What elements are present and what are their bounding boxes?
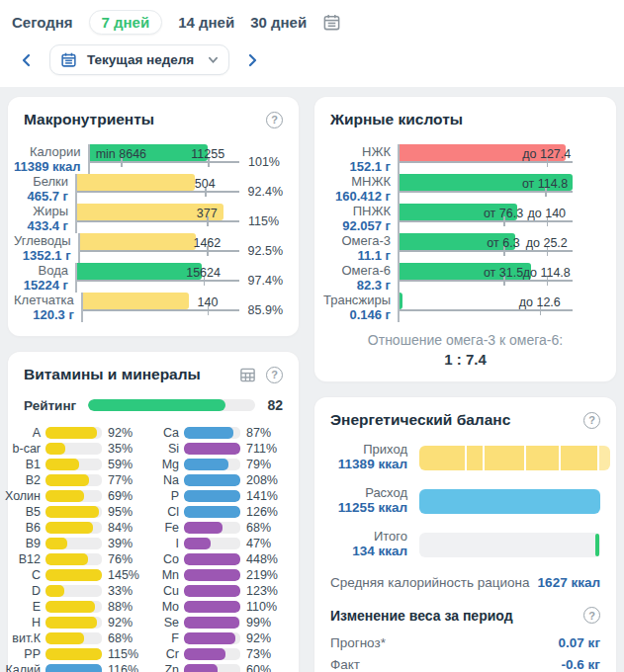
income-bar-segment (526, 446, 559, 470)
table-icon[interactable] (239, 367, 256, 383)
nutrient-item-fill (45, 490, 84, 502)
nutrient-item-percent: 79% (240, 458, 271, 471)
nutrient-item-percent: 35% (102, 442, 133, 456)
average-calories-row: Средняя калорийность рациона 1627 ккал (330, 575, 600, 590)
nutrient-item: Na208% (152, 474, 283, 486)
nutrient-item-label: Mo (148, 600, 184, 614)
bar-row-label: НЖК152.1 г (322, 144, 398, 174)
bar-area: 15624 (75, 263, 239, 293)
bar-area: 504 (75, 174, 239, 204)
nutrient-item-percent: 448% (240, 552, 278, 566)
nutrient-item-percent: 208% (240, 473, 278, 487)
nutrient-item-label: F (148, 631, 184, 645)
tick-label: от 76.3 (484, 207, 523, 220)
minerals-column: Ca87%Si711%Mg79%Na208%P141%Cl126%Fe68%I4… (152, 427, 283, 672)
nutrient-name: Белки (14, 175, 68, 189)
nutrient-item: H92% (24, 617, 152, 629)
tab-7-days[interactable]: 7 дней (89, 10, 163, 35)
bar-row: Омега-311.1 гот 6.3до 25.2 (330, 233, 573, 263)
help-icon[interactable]: ? (583, 607, 600, 624)
nutrient-item: I47% (152, 538, 283, 549)
percent-label: 101% (239, 144, 283, 174)
nutrient-item-percent: 68% (240, 521, 271, 535)
nutrient-item-fill (45, 553, 88, 565)
nutrient-item-percent: 60% (240, 663, 271, 672)
nutrient-item-percent: 110% (240, 600, 277, 614)
week-navigation: Текущая неделя (10, 44, 614, 75)
baseline (77, 280, 239, 282)
bar-row: Омега-682.3 гот 31.5до 114.8 (330, 263, 573, 293)
nutrient-item-bar (184, 506, 240, 518)
baseline (400, 309, 573, 311)
help-icon[interactable]: ? (266, 112, 283, 128)
nutrient-item-fill (184, 617, 239, 629)
tick-label: 377 (197, 207, 218, 220)
nutrient-item-bar (45, 664, 102, 672)
nutrient-name: НЖК (322, 145, 391, 159)
energy-balance-title: Энергетический баланс (330, 411, 510, 429)
nutrient-item: B939% (24, 538, 152, 549)
nutrient-item: C145% (24, 569, 152, 581)
macro-chart: Калории11389 ккалmin 864611255101%Белки4… (24, 144, 283, 322)
nutrient-item-percent: 126% (240, 505, 278, 519)
nutrient-item: вит.К68% (24, 632, 152, 644)
nutrient-item-fill (184, 506, 240, 518)
nutrient-item: B595% (24, 506, 152, 518)
nutrient-item-bar (45, 617, 102, 629)
weight-change-section: Изменение веса за период ? (330, 607, 600, 624)
nutrient-value: 465.7 г (14, 189, 68, 204)
energy-row-label: Итого134 ккал (330, 530, 419, 559)
rating-label: Рейтинг (24, 398, 76, 413)
nutrient-item: Mg79% (152, 459, 283, 470)
tick-label: 140 (198, 295, 219, 309)
nutrient-item-fill (184, 459, 228, 470)
rating-value: 82 (267, 397, 283, 413)
tab-30-days[interactable]: 30 дней (250, 14, 307, 31)
value-bar (400, 293, 402, 309)
tab-14-days[interactable]: 14 дней (178, 14, 234, 31)
nutrient-item-label: Cr (148, 647, 184, 661)
nutrient-item-fill (45, 664, 102, 672)
nutrient-item-percent: 73% (240, 647, 271, 661)
nutrient-item-fill (184, 522, 223, 534)
expense-bar (419, 489, 600, 514)
main-content: Макронутриенты ? Калории11389 ккалmin 86… (0, 87, 624, 672)
nutrient-item-fill (45, 632, 84, 644)
nutrient-item: Mo110% (152, 601, 283, 613)
nutrient-item-fill (45, 538, 67, 549)
nutrient-name: Вода (14, 264, 68, 278)
help-icon[interactable]: ? (266, 367, 283, 383)
nutrient-item: PP115% (24, 648, 152, 660)
nutrient-item-percent: 33% (102, 584, 133, 598)
calendar-icon[interactable] (322, 13, 341, 32)
tick-label: 1462 (193, 236, 221, 250)
nutrient-item-bar (45, 474, 102, 486)
help-icon[interactable]: ? (583, 412, 600, 429)
nutrient-item-label: Zn (148, 663, 184, 672)
energy-row-label: Приход11389 ккал (330, 443, 419, 472)
week-select[interactable]: Текущая неделя (49, 44, 229, 75)
bar-row-label: Белки465.7 г (14, 174, 75, 204)
tab-today[interactable]: Сегодня (12, 14, 73, 31)
nutrient-item: B684% (24, 522, 152, 534)
nutrient-item-percent: 77% (102, 473, 133, 487)
nutrient-item-fill (184, 664, 218, 672)
bar-area: от 6.3до 25.2 (398, 233, 573, 263)
nutrient-item-label: Na (148, 473, 184, 487)
energy-row: Расход11255 ккал (330, 486, 600, 516)
nutrient-item-label: B1 (4, 458, 45, 471)
prev-week-button[interactable] (18, 51, 36, 69)
nutrient-item: Cr73% (152, 648, 283, 660)
nutrient-item-label: Холин (4, 489, 45, 503)
period-tabs: Сегодня 7 дней 14 дней 30 дней (10, 8, 614, 44)
nutrient-item-label: A (4, 426, 45, 440)
bar-area: 140 (81, 293, 239, 322)
nutrient-item-percent: 145% (102, 568, 139, 582)
next-week-button[interactable] (243, 51, 261, 69)
nutrient-item: F92% (152, 632, 283, 644)
nutrient-item: E88% (24, 601, 152, 613)
baseline (90, 161, 239, 163)
nutrient-item-bar (45, 506, 102, 518)
bar-row: ПНЖК92.057 гот 76.3до 140 (330, 204, 573, 233)
nutrient-item-percent: 219% (240, 568, 278, 582)
